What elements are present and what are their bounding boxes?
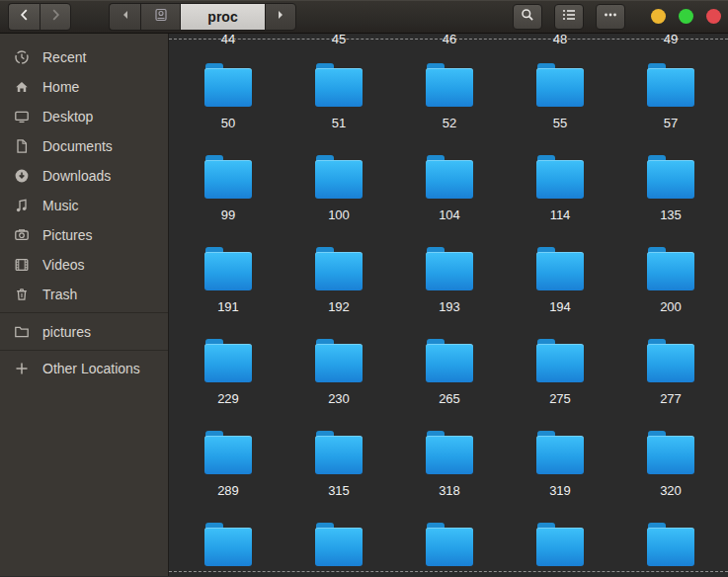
folder-item[interactable]: 318 (394, 431, 505, 499)
folder-item[interactable]: 265 (394, 339, 505, 407)
folder-item[interactable]: 289 (173, 431, 283, 499)
sidebar-item-documents[interactable]: Documents (0, 131, 168, 161)
path-current-button[interactable]: proc (180, 3, 265, 31)
folder-item[interactable]: 230 (283, 339, 394, 407)
folder-label: 230 (328, 391, 350, 407)
maximize-button[interactable] (679, 9, 693, 24)
folder-label: 50 (221, 116, 235, 131)
app-body: RecentHomeDesktopDocumentsDownloadsMusic… (0, 34, 728, 576)
menu-button[interactable] (596, 4, 625, 30)
pictures-icon (14, 227, 30, 243)
folder-item[interactable]: 192 (283, 247, 394, 315)
back-button[interactable] (8, 3, 40, 31)
history-nav (8, 3, 71, 31)
folder-label: 229 (217, 391, 239, 407)
folder-item[interactable]: 193 (394, 247, 505, 315)
sidebar-item-label: Recent (42, 49, 86, 65)
folder-icon (204, 155, 252, 199)
recent-icon (14, 49, 30, 65)
folder-item[interactable]: 320 (615, 431, 726, 499)
sidebar-item-label: Pictures (42, 227, 93, 243)
folder-item[interactable]: 319 (505, 431, 615, 499)
sidebar-item-downloads[interactable]: Downloads (0, 161, 168, 191)
minimize-button[interactable] (651, 9, 666, 24)
folder-item[interactable]: 52 (394, 63, 505, 131)
folder-item[interactable]: 57 (615, 63, 726, 131)
sidebar-item-label: pictures (42, 324, 91, 340)
sidebar-item-pictures[interactable]: Pictures (0, 220, 168, 250)
sidebar: RecentHomeDesktopDocumentsDownloadsMusic… (0, 34, 169, 576)
sidebar-item-music[interactable]: Music (0, 191, 168, 220)
sidebar-item-label: Videos (42, 257, 85, 273)
forward-button[interactable] (40, 3, 71, 31)
folder-icon (426, 339, 473, 382)
drive-icon (153, 7, 169, 26)
folder-item[interactable]: 191 (173, 247, 283, 315)
trash-icon (14, 287, 30, 302)
sidebar-item-home[interactable]: Home (0, 72, 168, 102)
folder-icon (204, 431, 252, 474)
folder-label: 100 (328, 207, 350, 223)
folder-item[interactable]: 229 (173, 339, 283, 407)
path-root-drive-button[interactable] (140, 3, 180, 31)
folder-item[interactable]: 45 (283, 34, 394, 47)
sidebar-item-other-locations[interactable]: Other Locations (0, 354, 168, 383)
folder-item[interactable]: 55 (505, 63, 615, 131)
folder-item[interactable]: 114 (505, 155, 615, 223)
folder-item[interactable]: 315 (283, 431, 394, 499)
sidebar-item-desktop[interactable]: Desktop (0, 102, 168, 131)
folder-item[interactable] (615, 523, 726, 566)
folder-grid-row: 4445464849 (173, 34, 726, 47)
sidebar-item-pictures-bookmark[interactable]: pictures (0, 317, 168, 347)
search-button[interactable] (513, 4, 542, 30)
folder-icon (647, 247, 694, 290)
folder-item[interactable] (173, 523, 283, 566)
close-button[interactable] (706, 9, 721, 24)
folder-item[interactable]: 50 (173, 63, 283, 131)
triangle-right-icon (275, 9, 286, 24)
plus-icon (14, 361, 30, 376)
path-scroll-right-button[interactable] (265, 3, 296, 31)
sidebar-item-trash[interactable]: Trash (0, 280, 168, 309)
folder-icon (204, 63, 252, 107)
folder-item[interactable]: 100 (283, 155, 394, 223)
folder-item[interactable] (505, 523, 615, 566)
folder-item[interactable]: 44 (173, 34, 283, 47)
path-scroll-left-button[interactable] (109, 3, 140, 31)
folder-item[interactable]: 200 (615, 247, 726, 315)
sidebar-separator (0, 312, 168, 313)
folder-item[interactable]: 48 (505, 34, 615, 47)
folder-label: 99 (221, 207, 235, 223)
triangle-left-icon (120, 9, 131, 24)
folder-icon (426, 63, 473, 107)
music-icon (14, 198, 30, 213)
folder-icon (536, 339, 584, 382)
folder-icon (647, 523, 694, 566)
folder-icon (536, 63, 584, 107)
sidebar-item-label: Home (42, 79, 79, 95)
folder-label: 200 (660, 299, 682, 315)
folder-item[interactable]: 104 (394, 155, 505, 223)
folder-item[interactable]: 46 (394, 34, 505, 47)
folder-item[interactable]: 99 (173, 155, 283, 223)
sidebar-separator (0, 350, 168, 351)
folder-item[interactable] (283, 523, 394, 566)
folder-item[interactable]: 277 (615, 339, 726, 407)
folder-icon (647, 431, 694, 474)
file-grid[interactable]: 4445464849505152555799100104114135191192… (169, 34, 728, 576)
folder-item[interactable]: 51 (283, 63, 394, 131)
sidebar-item-label: Downloads (42, 168, 111, 184)
ellipsis-icon (603, 7, 618, 26)
folder-icon (426, 155, 473, 199)
folder-item[interactable]: 135 (615, 155, 726, 223)
folder-item[interactable] (394, 523, 505, 566)
view-list-button[interactable] (554, 4, 584, 30)
folder-label: 52 (443, 116, 456, 131)
folder-item[interactable]: 194 (505, 247, 615, 315)
sidebar-item-recent[interactable]: Recent (0, 42, 168, 72)
sidebar-item-videos[interactable]: Videos (0, 250, 168, 280)
folder-item[interactable]: 275 (505, 339, 615, 407)
folder-icon (647, 339, 694, 382)
folder-item[interactable]: 49 (615, 34, 726, 47)
folder-label: 320 (660, 483, 682, 499)
